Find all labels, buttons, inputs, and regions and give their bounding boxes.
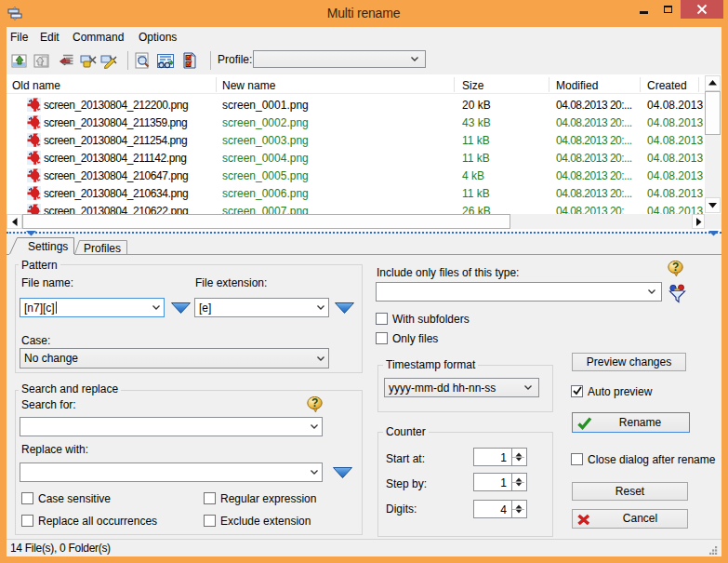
svg-text:?: ?: [672, 261, 679, 274]
svg-text:?: ?: [311, 396, 318, 409]
